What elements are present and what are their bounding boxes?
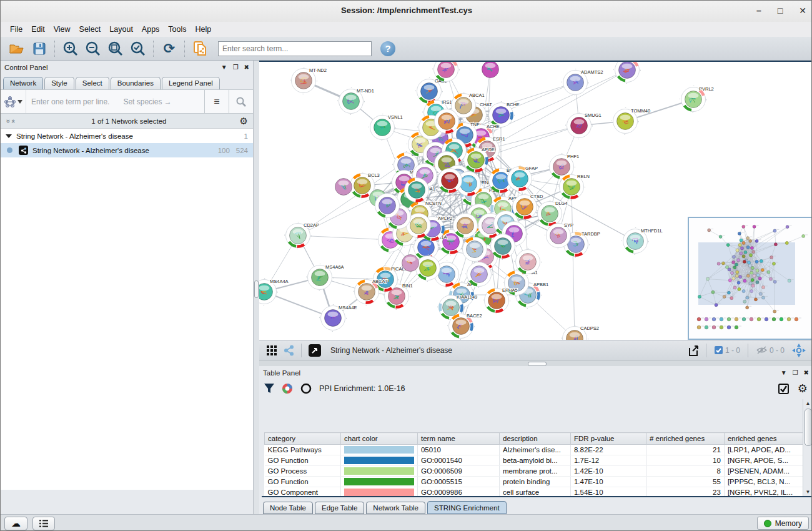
tab-select[interactable]: Select	[76, 77, 109, 89]
node[interactable]	[482, 62, 499, 78]
tab-edge-table[interactable]: Edge Table	[315, 502, 364, 514]
node-SMUG1[interactable]: SMUG1	[566, 112, 602, 139]
node-MTHFD1L[interactable]: MTHFD1L	[622, 228, 663, 255]
refresh-icon[interactable]: ⟳	[159, 39, 180, 58]
zoom-fit-icon[interactable]	[105, 39, 126, 58]
panel-float-icon[interactable]: ❐	[793, 369, 798, 376]
export-network-icon[interactable]	[685, 341, 702, 360]
zoom-in-icon[interactable]	[60, 39, 81, 58]
filter-funnel-icon[interactable]	[264, 384, 274, 394]
node-MS4A6A[interactable]: MS4A6A	[307, 264, 344, 291]
scroll-thumb[interactable]	[805, 409, 812, 446]
table-row[interactable]: GO ComponentGO:0009986cell surface1.54E-…	[265, 487, 805, 498]
menu-edit[interactable]: Edit	[27, 23, 49, 36]
collapse-triangle-icon[interactable]	[6, 134, 12, 138]
select-all-checkbox-icon[interactable]	[778, 384, 789, 394]
node[interactable]	[614, 62, 641, 84]
table-row[interactable]: GO ProcessGO:0006509membrane prot...1.42…	[265, 466, 805, 477]
enrichment-settings-gear-icon[interactable]: ⚙	[798, 382, 808, 395]
node-DLG4[interactable]: DLG4	[537, 201, 568, 227]
node-CADPS2[interactable]: CADPS2	[562, 325, 600, 340]
panel-menu-icon[interactable]: ▼	[781, 369, 787, 376]
menu-apps[interactable]: Apps	[137, 23, 164, 36]
menu-select[interactable]: Select	[75, 23, 106, 36]
tab-boundaries[interactable]: Boundaries	[111, 77, 161, 89]
collection-name: String Network - Alzheimer's disease	[16, 132, 133, 140]
clone-network-icon[interactable]	[190, 39, 211, 58]
save-session-icon[interactable]	[29, 39, 50, 58]
panel-close-icon[interactable]: ✖	[804, 369, 809, 376]
menu-file[interactable]: File	[6, 23, 27, 36]
node-ABCA7[interactable]: ABCA7	[354, 279, 388, 305]
column-header[interactable]: term name	[417, 433, 499, 445]
panel-close-icon[interactable]: ✖	[244, 64, 249, 71]
string-query-input[interactable]: Enter one term per line. Set species →	[26, 90, 204, 113]
panel-float-icon[interactable]: ❐	[233, 64, 239, 71]
close-icon[interactable]: ✕	[799, 4, 806, 17]
menu-view[interactable]: View	[49, 23, 75, 36]
tab-style[interactable]: Style	[44, 77, 74, 89]
node-MT-ND2[interactable]: MT-ND2	[290, 67, 327, 94]
splitter-grip[interactable]	[528, 362, 547, 366]
menu-layout[interactable]: Layout	[105, 23, 137, 36]
node-ADAMTS2[interactable]: ADAMTS2	[562, 69, 603, 96]
network-canvas[interactable]: MT-ND2MT-ND1VSNL1GAB2ADAMTS2PVRL2TOMM40S…	[259, 61, 812, 340]
column-header[interactable]: enriched genes	[724, 433, 805, 445]
maximize-icon[interactable]: □	[778, 4, 783, 17]
cloud-tasks-button[interactable]: ☁	[4, 517, 27, 530]
menu-tools[interactable]: Tools	[164, 23, 191, 36]
column-header[interactable]: # enriched genes	[646, 433, 724, 445]
tab-node-table[interactable]: Node Table	[263, 502, 313, 514]
tab-string-enrichment[interactable]: STRING Enrichment	[427, 501, 507, 514]
table-row[interactable]: KEGG Pathways05010Alzheimer's dise...8.8…	[265, 445, 805, 455]
node[interactable]	[402, 255, 419, 272]
zoom-selected-icon[interactable]	[127, 39, 149, 58]
string-search-icon[interactable]	[229, 90, 253, 113]
search-input[interactable]	[218, 41, 372, 56]
table-vscrollbar[interactable]: ▲ ▼	[803, 399, 812, 496]
tab-network-table[interactable]: Network Table	[366, 502, 425, 514]
node-VSNL1[interactable]: VSNL1	[369, 114, 403, 141]
table-row[interactable]: GO FunctionGO:0005515protein binding1.47…	[265, 477, 805, 487]
zoom-out-icon[interactable]	[82, 39, 104, 58]
column-header[interactable]: FDR p-value	[570, 433, 646, 445]
node-MT-ND1[interactable]: MT-ND1	[338, 88, 374, 115]
set-species-hint[interactable]: Set species →	[123, 97, 171, 106]
network-options-gear-icon[interactable]: ⚙	[240, 116, 248, 127]
panel-menu-icon[interactable]: ▼	[221, 64, 227, 71]
birdseye-minimap[interactable]	[688, 217, 812, 340]
node-EPHA5[interactable]: EPHA5	[483, 287, 518, 314]
scroll-down-icon[interactable]: ▼	[805, 489, 811, 495]
share-network-icon[interactable]	[281, 341, 297, 360]
navigate-compass-icon[interactable]	[790, 341, 808, 360]
column-header[interactable]: chart color	[340, 433, 417, 445]
grid-view-icon[interactable]	[264, 341, 280, 360]
memory-button[interactable]: Memory	[757, 517, 809, 530]
ring-chart-icon[interactable]	[300, 383, 312, 394]
birdseye-toggle-icon[interactable]	[306, 341, 324, 360]
task-history-button[interactable]	[32, 517, 55, 530]
minimize-icon[interactable]: –	[756, 4, 761, 17]
menu-help[interactable]: Help	[191, 23, 216, 36]
node-MS4A4E[interactable]: MS4A4E	[320, 305, 357, 332]
table-row[interactable]: GO FunctionGO:0001540beta-amyloid bi...1…	[265, 455, 805, 466]
help-icon[interactable]: ?	[380, 41, 395, 56]
tab-network[interactable]: Network	[3, 77, 43, 89]
node-MS4A4A[interactable]: MS4A4A	[259, 279, 289, 305]
node[interactable]	[335, 179, 352, 196]
node-TOMM40[interactable]: TOMM40	[612, 108, 651, 135]
open-file-icon[interactable]	[6, 39, 27, 58]
column-header[interactable]: category	[265, 433, 341, 445]
expand-all-icon[interactable]: «	[10, 119, 17, 122]
network-collection-row[interactable]: String Network - Alzheimer's disease 1	[1, 129, 253, 143]
string-protein-query-icon[interactable]	[1, 90, 26, 113]
donut-chart-icon[interactable]	[282, 383, 293, 394]
node-PVRL2[interactable]: PVRL2	[680, 86, 714, 113]
network-row[interactable]: String Network - Alzheimer's disease 100…	[1, 143, 253, 157]
node-CD2AP[interactable]: CD2AP	[285, 222, 320, 249]
tab-legend-panel[interactable]: Legend Panel	[162, 77, 220, 89]
scroll-up-icon[interactable]: ▲	[805, 400, 811, 406]
splitter-grip[interactable]	[254, 280, 259, 298]
column-header[interactable]: description	[500, 433, 571, 445]
string-options-icon[interactable]: ≡	[204, 90, 229, 113]
